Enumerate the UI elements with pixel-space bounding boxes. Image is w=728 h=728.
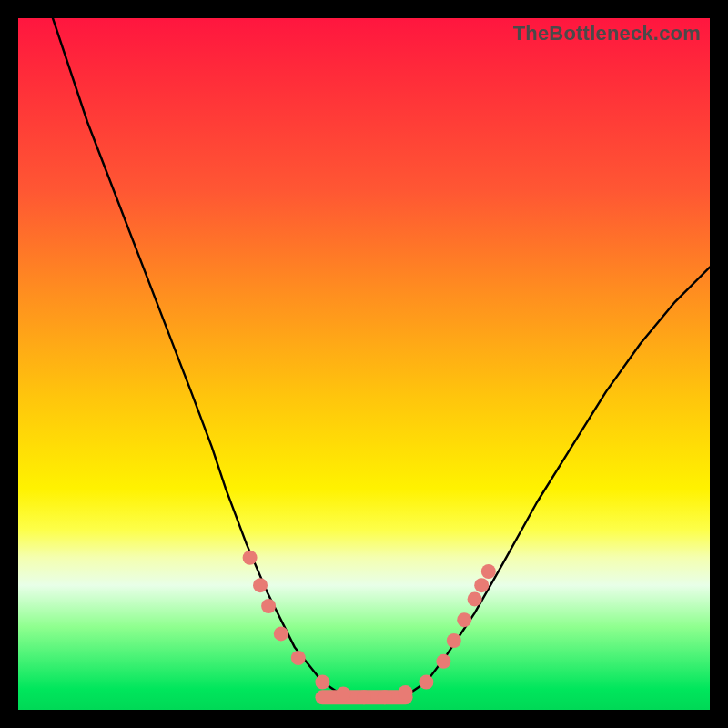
marker-point (336, 687, 350, 702)
marker-point (243, 551, 258, 565)
marker-point (474, 578, 489, 592)
marker-point (399, 685, 413, 700)
marker-point (481, 564, 496, 579)
bottleneck-curve (53, 18, 710, 703)
marker-point (357, 690, 371, 704)
marker-point (378, 690, 392, 704)
marker-point (468, 592, 482, 606)
chart-frame: TheBottleneck.com (0, 0, 728, 728)
marker-point (457, 612, 471, 627)
marker-point (447, 633, 461, 648)
marker-point (315, 675, 329, 690)
plot-area: TheBottleneck.com (18, 18, 710, 710)
marker-point (274, 626, 288, 641)
curve-svg (18, 18, 710, 710)
marker-points (243, 551, 496, 705)
marker-point (291, 651, 306, 665)
marker-point (436, 654, 450, 669)
marker-point (419, 675, 433, 690)
marker-point (261, 599, 276, 613)
marker-point (253, 578, 268, 592)
